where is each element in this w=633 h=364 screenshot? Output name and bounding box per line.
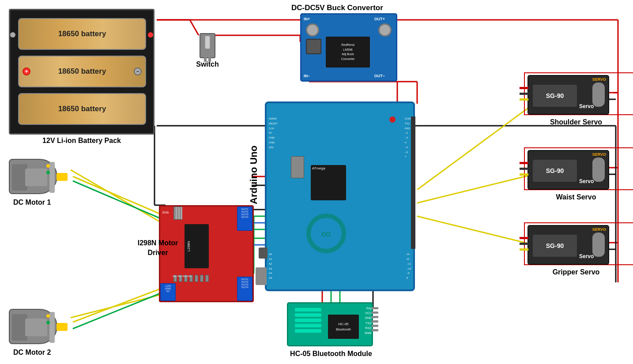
svg-line-13	[417, 97, 543, 190]
svg-line-45	[73, 291, 166, 329]
dc-motor-1-label: DC Motor 1	[13, 199, 51, 206]
servo-2: SERVO SG-90 Servo	[528, 150, 609, 190]
bluetooth-module: HC-05Bluetooth KeyVCCGNDTXDRXDState	[287, 302, 373, 346]
svg-line-42	[73, 176, 166, 216]
dc-motor-2	[9, 309, 71, 344]
servo-3: SERVO SG-90 Servo	[528, 225, 609, 265]
wiring-diagram: 18650 battery 18650 battery + − 18650 ba…	[0, 0, 633, 364]
servo-2-label: Waist Servo	[523, 193, 629, 201]
dc-motor-2-label: DC Motor 2	[13, 349, 51, 356]
battery-pack-label: 12V Li-ion Battery Pack	[9, 137, 154, 145]
motor-driver-label: I298N MotorDriver	[121, 238, 194, 258]
switch-toggle	[205, 36, 210, 49]
servo-3-badge: SERVO	[592, 227, 606, 232]
svg-line-17	[71, 293, 166, 318]
switch-label: Switch	[196, 60, 219, 68]
servo-1-label: Shoulder Servo	[523, 118, 629, 126]
svg-line-16	[71, 170, 166, 225]
arduino-label: Arduino Uno	[248, 146, 260, 204]
servo-1-badge: SERVO	[592, 77, 606, 82]
arduino-uno: ATmega ∞ ICSPTX1RX0~2~34~5~67 1312~11~10…	[265, 101, 415, 291]
servo-2-badge: SERVO	[592, 152, 606, 157]
switch-component: Switch	[190, 33, 225, 68]
buck-converter-label: DC-DC5V Buck Convertor	[291, 4, 383, 12]
buck-converter: IN+ OUT+ IN− OUT− RedRendLM596Adj BuckCo…	[300, 13, 397, 82]
dc-motor-1	[9, 159, 71, 194]
switch-body	[200, 33, 215, 58]
servo-3-label: Gripper Servo	[523, 268, 629, 276]
svg-line-44	[73, 287, 166, 322]
battery-pack: 18650 battery 18650 battery + − 18650 ba…	[9, 9, 154, 135]
servo-1: SERVO SG-90 Servo	[528, 75, 609, 115]
svg-line-43	[73, 181, 166, 221]
bluetooth-label: HC-05 Bluetooth Module	[280, 350, 382, 358]
